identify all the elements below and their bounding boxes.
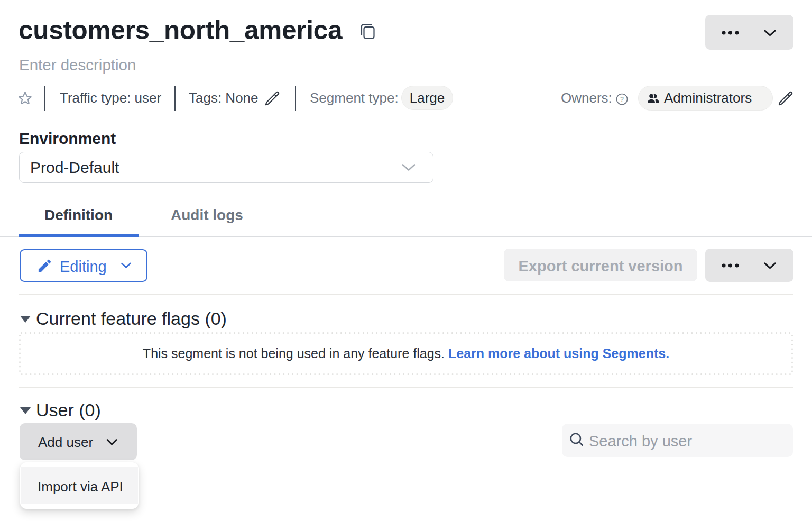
svg-text:?: ?	[620, 96, 624, 103]
